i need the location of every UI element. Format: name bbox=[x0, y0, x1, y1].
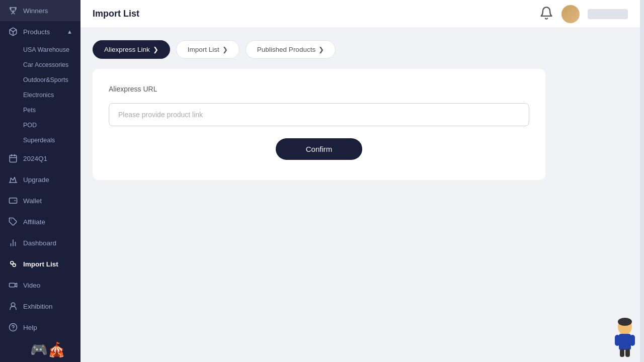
sidebar-sub-item-pets[interactable]: Pets bbox=[0, 103, 80, 118]
sidebar-item-label: Dashboard bbox=[23, 239, 56, 247]
tab-aliexpress-link[interactable]: Aliexpress Link ❯ bbox=[93, 40, 170, 59]
sidebar-item-label: Help bbox=[23, 324, 37, 331]
tag-icon bbox=[8, 217, 18, 227]
chevron-right-icon-3: ❯ bbox=[318, 46, 324, 53]
sidebar-item-label: Exhibition bbox=[23, 303, 53, 310]
sidebar-sub-item-pod[interactable]: POD bbox=[0, 118, 80, 133]
notification-bell[interactable] bbox=[539, 6, 553, 22]
scrollbar[interactable] bbox=[640, 0, 644, 362]
sidebar-item-winners[interactable]: Winners bbox=[0, 0, 80, 21]
avatar[interactable] bbox=[561, 5, 580, 23]
tab-bar: Aliexpress Link ❯ Import List ❯ Publishe… bbox=[93, 40, 628, 59]
section-label: Aliexpress URL bbox=[109, 85, 529, 93]
sidebar-item-products[interactable]: Products ▲ bbox=[0, 21, 80, 42]
sidebar-item-dashboard[interactable]: Dashboard bbox=[0, 232, 80, 253]
sidebar-item-affiliate[interactable]: Affiliate bbox=[0, 211, 80, 232]
sidebar-sub-item-car-accessories[interactable]: Car Accessories bbox=[0, 57, 80, 72]
sidebar-item-label: Import List bbox=[23, 260, 58, 268]
sidebar-item-video[interactable]: Video bbox=[0, 275, 80, 296]
page-title: Import List bbox=[93, 9, 139, 19]
main-area: Import List Aliexpress Link ❯ Import Lis… bbox=[80, 0, 640, 362]
tab-published-products[interactable]: Published Products ❯ bbox=[246, 40, 336, 59]
sidebar-sub-item-outdoor-sports[interactable]: Outdoor&Sports bbox=[0, 72, 80, 87]
sidebar-item-label: Products bbox=[23, 28, 50, 36]
user-name-placeholder bbox=[588, 9, 628, 19]
crown-icon bbox=[8, 174, 18, 185]
header: Import List bbox=[80, 0, 640, 28]
sidebar-item-label: Winners bbox=[23, 7, 48, 15]
sidebar-sub-item-superdeals[interactable]: Superdeals bbox=[0, 133, 80, 148]
sidebar-item-import-list[interactable]: Import List bbox=[0, 253, 80, 275]
svg-rect-14 bbox=[10, 283, 15, 287]
help-icon bbox=[8, 322, 18, 332]
header-right bbox=[539, 5, 628, 23]
trophy-icon bbox=[8, 6, 18, 16]
sidebar-item-label: Upgrade bbox=[23, 176, 49, 184]
sidebar-item-2024q1[interactable]: 2024Q1 bbox=[0, 148, 80, 169]
tab-import-list[interactable]: Import List ❯ bbox=[176, 40, 239, 59]
sidebar-item-upgrade[interactable]: Upgrade bbox=[0, 169, 80, 190]
sidebar-item-help[interactable]: Help bbox=[0, 317, 80, 338]
content-area: Aliexpress Link ❯ Import List ❯ Publishe… bbox=[80, 28, 640, 362]
wallet-icon bbox=[8, 196, 18, 206]
sidebar-item-wallet[interactable]: Wallet bbox=[0, 190, 80, 211]
svg-marker-15 bbox=[15, 283, 17, 287]
calendar-icon bbox=[8, 153, 18, 163]
sidebar-item-label: Wallet bbox=[23, 197, 42, 205]
sidebar-item-label: Video bbox=[23, 282, 40, 289]
import-card: Aliexpress URL Confirm bbox=[93, 69, 545, 180]
sidebar-item-label: Affiliate bbox=[23, 218, 45, 226]
box-icon bbox=[8, 27, 18, 37]
chevron-up-icon: ▲ bbox=[67, 29, 72, 35]
chart-icon bbox=[8, 238, 18, 248]
sidebar: Winners Products ▲ USA Warehouse Car Acc… bbox=[0, 0, 80, 362]
chevron-right-icon: ❯ bbox=[153, 46, 158, 53]
import-icon bbox=[8, 259, 18, 269]
exhibition-icon bbox=[8, 301, 18, 311]
url-input[interactable] bbox=[109, 103, 529, 126]
svg-rect-2 bbox=[10, 155, 17, 162]
sidebar-sub-item-electronics[interactable]: Electronics bbox=[0, 87, 80, 103]
chevron-right-icon-2: ❯ bbox=[222, 46, 228, 53]
video-icon bbox=[8, 280, 18, 290]
sidebar-sub-item-usa-warehouse[interactable]: USA Warehouse bbox=[0, 42, 80, 57]
sidebar-item-label: 2024Q1 bbox=[23, 155, 47, 162]
confirm-button[interactable]: Confirm bbox=[276, 138, 363, 160]
sidebar-item-exhibition[interactable]: Exhibition bbox=[0, 296, 80, 317]
